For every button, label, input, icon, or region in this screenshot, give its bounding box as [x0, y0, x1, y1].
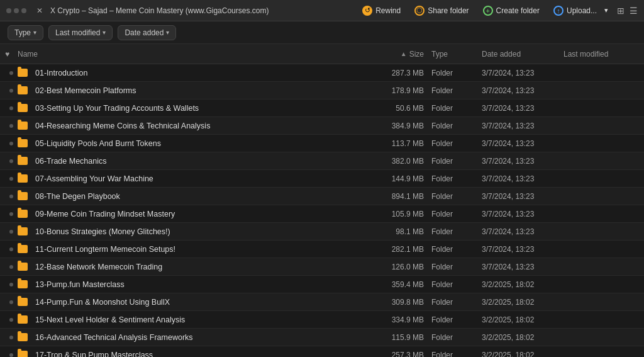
- header-star: ♥: [5, 50, 18, 59]
- table-row[interactable]: 15-Next Level Holder & Sentiment Analysi…: [0, 311, 644, 329]
- row-star: [5, 159, 18, 163]
- row-name: 04-Researching Meme Coins & Technical An…: [35, 122, 369, 130]
- last-modified-filter-button[interactable]: Last modified ▾: [48, 25, 113, 40]
- row-star: [5, 318, 18, 322]
- row-date-added: 3/7/2024, 13:23: [482, 122, 564, 130]
- row-name-cell: 10-Bonus Strategies (Money Glitches!): [18, 227, 369, 236]
- table-row[interactable]: 13-Pump.fun Masterclass 359.4 MB Folder …: [0, 276, 644, 293]
- type-filter-button[interactable]: Type ▾: [8, 25, 43, 40]
- row-name: 13-Pump.fun Masterclass: [35, 280, 369, 289]
- row-name-cell: 12-Base Network Memecoin Trading: [18, 263, 369, 271]
- table-row[interactable]: 10-Bonus Strategies (Money Glitches!) 98…: [0, 223, 644, 241]
- row-name-cell: 14-Pump.Fun & Moonshot Using BullX: [18, 298, 369, 307]
- row-name: 14-Pump.Fun & Moonshot Using BullX: [35, 298, 369, 307]
- table-row[interactable]: 01-Introduction 287.3 MB Folder 3/7/2024…: [0, 64, 644, 82]
- row-type: Folder: [431, 104, 482, 113]
- type-filter-arrow: ▾: [33, 29, 36, 36]
- header-date-added[interactable]: Date added: [482, 50, 564, 59]
- row-name-cell: 06-Trade Mechanics: [18, 157, 369, 166]
- row-star: [5, 106, 18, 110]
- table-row[interactable]: 12-Base Network Memecoin Trading 126.0 M…: [0, 258, 644, 276]
- table-row[interactable]: 06-Trade Mechanics 382.0 MB Folder 3/7/2…: [0, 152, 644, 170]
- row-name-cell: 04-Researching Meme Coins & Technical An…: [18, 122, 369, 130]
- share-folder-button[interactable]: ⬡ Share folder: [409, 3, 474, 18]
- toolbar-actions: ↺ Rewind ⬡ Share folder + Create folder …: [357, 3, 638, 18]
- row-name-cell: 15-Next Level Holder & Sentiment Analysi…: [18, 315, 369, 324]
- view-icons: ⊞ ☰: [617, 6, 638, 16]
- row-date-added: 3/2/2025, 18:02: [482, 351, 564, 358]
- row-size: 50.6 MB: [369, 104, 431, 113]
- folder-icon: [18, 139, 28, 147]
- dot-1: [6, 8, 11, 13]
- close-button[interactable]: ✕: [36, 6, 43, 15]
- row-type: Folder: [431, 86, 482, 95]
- folder-icon: [18, 210, 28, 218]
- upload-button[interactable]: ↑ Upload...: [548, 3, 602, 18]
- table-row[interactable]: 07-Assembling Your War Machine 144.9 MB …: [0, 170, 644, 188]
- row-size: 126.0 MB: [369, 263, 431, 271]
- row-type: Folder: [431, 245, 482, 254]
- header-type[interactable]: Type: [431, 50, 482, 59]
- row-name: 07-Assembling Your War Machine: [35, 174, 369, 183]
- grid-view-icon[interactable]: ⊞: [617, 6, 625, 16]
- table-row[interactable]: 08-The Degen Playbook 894.1 MB Folder 3/…: [0, 188, 644, 205]
- table-row[interactable]: 16-Advanced Technical Analysis Framework…: [0, 329, 644, 346]
- row-date-added: 3/7/2024, 13:23: [482, 157, 564, 166]
- header-last-modified[interactable]: Last modified: [564, 50, 639, 59]
- folder-icon: [18, 157, 28, 165]
- row-star: [5, 71, 18, 75]
- row-date-added: 3/7/2024, 13:23: [482, 69, 564, 77]
- folder-icon: [18, 174, 28, 183]
- row-star: [5, 283, 18, 286]
- row-star: [5, 247, 18, 251]
- row-name-cell: 09-Meme Coin Trading Mindset Mastery: [18, 210, 369, 218]
- dot-2: [14, 8, 19, 13]
- row-type: Folder: [431, 333, 482, 342]
- header-name[interactable]: Name: [18, 50, 369, 59]
- upload-caret-button[interactable]: ▾: [602, 4, 611, 17]
- row-type: Folder: [431, 263, 482, 271]
- folder-icon: [18, 122, 28, 130]
- row-star: [5, 230, 18, 234]
- create-folder-button[interactable]: + Create folder: [478, 3, 545, 18]
- table-row[interactable]: 03-Setting Up Your Trading Accounts & Wa…: [0, 99, 644, 117]
- row-name: 08-The Degen Playbook: [35, 192, 369, 201]
- table-row[interactable]: 14-Pump.Fun & Moonshot Using BullX 309.8…: [0, 293, 644, 311]
- row-type: Folder: [431, 122, 482, 130]
- list-view-icon[interactable]: ☰: [630, 6, 638, 16]
- rewind-button[interactable]: ↺ Rewind: [357, 3, 406, 18]
- table-row[interactable]: 11-Current Longterm Memecoin Setups! 282…: [0, 241, 644, 258]
- date-added-arrow: ▾: [166, 29, 169, 36]
- row-size: 894.1 MB: [369, 192, 431, 201]
- folder-icon: [18, 280, 28, 288]
- table-row[interactable]: 09-Meme Coin Trading Mindset Mastery 105…: [0, 205, 644, 223]
- row-type: Folder: [431, 280, 482, 289]
- row-star: [5, 336, 18, 339]
- row-size: 382.0 MB: [369, 157, 431, 166]
- row-date-added: 3/7/2024, 13:23: [482, 263, 564, 271]
- row-star: [5, 265, 18, 269]
- row-type: Folder: [431, 298, 482, 307]
- table-row[interactable]: 04-Researching Meme Coins & Technical An…: [0, 117, 644, 135]
- row-size: 309.8 MB: [369, 298, 431, 307]
- last-modified-arrow: ▾: [103, 29, 106, 36]
- row-type: Folder: [431, 315, 482, 324]
- row-type: Folder: [431, 192, 482, 201]
- table-row[interactable]: 17-Tron & Sun Pump Masterclass 257.3 MB …: [0, 346, 644, 357]
- row-name-cell: 08-The Degen Playbook: [18, 192, 369, 201]
- header-size[interactable]: ▲ Size: [369, 50, 431, 59]
- date-added-filter-button[interactable]: Date added ▾: [118, 25, 176, 40]
- folder-icon: [18, 298, 28, 306]
- row-star: [5, 212, 18, 216]
- table-row[interactable]: 02-Best Memecoin Platforms 178.9 MB Fold…: [0, 82, 644, 99]
- row-date-added: 3/2/2025, 18:02: [482, 315, 564, 324]
- row-size: 257.3 MB: [369, 351, 431, 358]
- row-star: [5, 195, 18, 198]
- row-name-cell: 13-Pump.fun Masterclass: [18, 280, 369, 289]
- row-size: 178.9 MB: [369, 86, 431, 95]
- table-row[interactable]: 05-Liquidity Pools And Burnt Tokens 113.…: [0, 135, 644, 152]
- row-star: [5, 142, 18, 145]
- folder-icon: [18, 245, 28, 253]
- folder-icon: [18, 263, 28, 271]
- row-size: 98.1 MB: [369, 227, 431, 236]
